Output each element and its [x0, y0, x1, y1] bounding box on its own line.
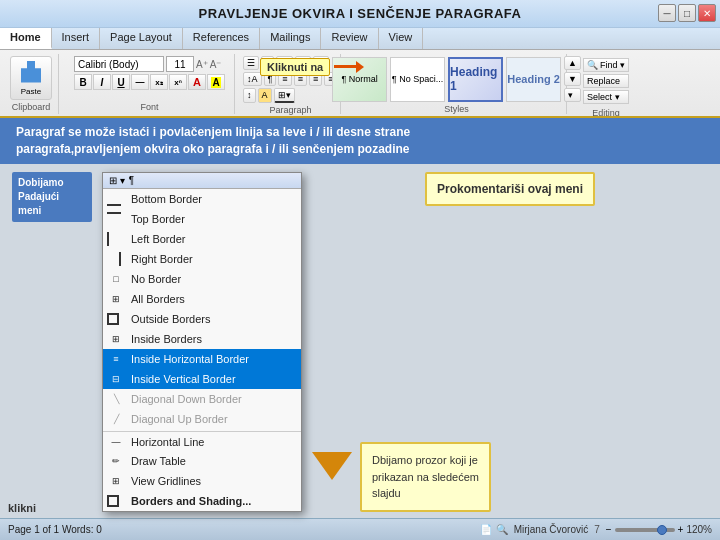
- bullets-button[interactable]: ☰: [243, 56, 259, 70]
- heading1-style[interactable]: Heading 1: [448, 57, 503, 102]
- horizontal-line-item[interactable]: — Horizontal Line: [103, 431, 301, 451]
- status-bar: Page 1 of 1 Words: 0 📄 🔍 Mirjana Čvorovi…: [0, 518, 720, 540]
- diagonal-down-icon: ╲: [107, 391, 125, 407]
- zoom-slider[interactable]: [615, 528, 675, 532]
- select-label: Select ▾: [587, 92, 620, 102]
- bottom-border-icon: [107, 192, 121, 206]
- heading2-style[interactable]: Heading 2: [506, 57, 561, 102]
- tab-references[interactable]: References: [183, 28, 260, 49]
- right-border-icon: [107, 252, 121, 266]
- all-borders-item[interactable]: ⊞ All Borders: [103, 289, 301, 309]
- right-info: Prokomentariši ovaj meni Dbijamo prozor …: [312, 172, 708, 512]
- minimize-button[interactable]: ─: [658, 4, 676, 22]
- tab-review[interactable]: Review: [321, 28, 378, 49]
- tab-page-layout[interactable]: Page Layout: [100, 28, 183, 49]
- borders-shading-item[interactable]: Borders and Shading...: [103, 491, 301, 511]
- click-label: Kliknuti na: [260, 58, 330, 76]
- diagonal-up-item[interactable]: ╱ Diagonal Up Border: [103, 409, 301, 429]
- tab-insert[interactable]: Insert: [52, 28, 101, 49]
- paste-button[interactable]: Paste: [10, 56, 52, 100]
- info-line3: slajdu: [372, 485, 479, 502]
- font-color-button[interactable]: A: [188, 74, 206, 90]
- dobijamo-label: Dobijamo Padajući meni: [12, 172, 92, 222]
- view-gridlines-item[interactable]: ⊞ View Gridlines: [103, 471, 301, 491]
- ribbon: Home Insert Page Layout References Maili…: [0, 28, 720, 118]
- underline-button[interactable]: U: [112, 74, 130, 90]
- zoom-area: − + 120%: [606, 524, 712, 535]
- tab-view[interactable]: View: [379, 28, 424, 49]
- replace-label: Replace: [587, 76, 620, 86]
- label2: Padajući: [18, 191, 59, 202]
- style-items: ¶ Normal ¶ No Spaci... Heading 1 Heading…: [332, 56, 581, 102]
- bold-button[interactable]: B: [74, 74, 92, 90]
- outside-borders-icon: [107, 313, 119, 325]
- superscript-button[interactable]: xⁿ: [169, 74, 187, 90]
- highlight-button[interactable]: A: [207, 74, 225, 90]
- inside-vertical-item[interactable]: ⊟ Inside Vertical Border: [103, 369, 301, 389]
- no-border-item[interactable]: □ No Border: [103, 269, 301, 289]
- font-size-input[interactable]: [166, 56, 194, 72]
- info-line2: paragrafa,pravljenjem okvira oko paragra…: [16, 141, 704, 158]
- label1: Dobijamo: [18, 177, 64, 188]
- shrink-font-button[interactable]: A⁻: [210, 59, 222, 70]
- find-button[interactable]: 🔍 Find ▾: [583, 58, 629, 72]
- top-border-item[interactable]: Top Border: [103, 209, 301, 229]
- editing-label: Editing: [592, 108, 620, 118]
- zoom-plus[interactable]: +: [678, 524, 684, 535]
- maximize-button[interactable]: □: [678, 4, 696, 22]
- click-arrow-icon: [334, 61, 364, 73]
- format-buttons: B I U — x₂ xⁿ A A: [74, 74, 225, 90]
- styles-group: ¶ Normal ¶ No Spaci... Heading 1 Heading…: [347, 54, 567, 114]
- view-gridlines-icon: ⊞: [107, 473, 125, 489]
- borders-button[interactable]: ⊞▾: [274, 88, 295, 103]
- info-banner: Paragraf se može istaći i povlačenjem li…: [0, 118, 720, 164]
- status-icon1: 📄: [480, 524, 492, 535]
- font-label: Font: [140, 102, 158, 112]
- right-border-item[interactable]: Right Border: [103, 249, 301, 269]
- italic-button[interactable]: I: [93, 74, 111, 90]
- ribbon-tabs: Home Insert Page Layout References Maili…: [0, 28, 720, 50]
- select-button[interactable]: Select ▾: [583, 90, 629, 104]
- no-border-icon: □: [107, 271, 125, 287]
- left-labels: Dobijamo Padajući meni: [12, 172, 92, 512]
- title-bar: PRAVLJENJE OKVIRA I SENČENJE PARAGRAFA ─…: [0, 0, 720, 28]
- inside-horizontal-item[interactable]: ≡ Inside Horizontal Border: [103, 349, 301, 369]
- subscript-button[interactable]: x₂: [150, 74, 168, 90]
- status-right: 📄 🔍 Mirjana Čvorović 7 − + 120%: [480, 524, 712, 535]
- diagonal-down-item[interactable]: ╲ Diagonal Down Border: [103, 389, 301, 409]
- content-area: Dobijamo Padajući meni ⊞ ▾ ¶ Bottom Bord…: [0, 164, 720, 520]
- editing-group: 🔍 Find ▾ Replace Select ▾ Editing: [573, 54, 639, 114]
- shading-button[interactable]: A: [258, 88, 272, 103]
- inside-borders-item[interactable]: ⊞ Inside Borders: [103, 329, 301, 349]
- tab-mailings[interactable]: Mailings: [260, 28, 321, 49]
- left-border-icon: [107, 232, 121, 246]
- status-left: Page 1 of 1 Words: 0: [8, 524, 102, 535]
- zoom-minus[interactable]: −: [606, 524, 612, 535]
- all-borders-icon: ⊞: [107, 291, 125, 307]
- strikethrough-button[interactable]: —: [131, 74, 149, 90]
- zoom-level: 120%: [686, 524, 712, 535]
- replace-button[interactable]: Replace: [583, 74, 629, 88]
- draw-table-item[interactable]: ✏ Draw Table: [103, 451, 301, 471]
- status-icon2: 🔍: [496, 524, 508, 535]
- bottom-border-item[interactable]: Bottom Border: [103, 189, 301, 209]
- outside-borders-item[interactable]: Outside Borders: [103, 309, 301, 329]
- click-annotation: Kliknuti na: [260, 58, 364, 76]
- font-name-input[interactable]: [74, 56, 164, 72]
- font-group: A⁺ A⁻ B I U — x₂ xⁿ A A: [65, 54, 235, 114]
- sort-button[interactable]: ↕A: [243, 72, 262, 86]
- no-spacing-style[interactable]: ¶ No Spaci...: [390, 57, 445, 102]
- info-line1: Dbijamo prozor koji je: [372, 452, 479, 469]
- font-name-row: A⁺ A⁻: [74, 56, 225, 72]
- info-line1: Paragraf se može istaći i povlačenjem li…: [16, 124, 704, 141]
- close-button[interactable]: ✕: [698, 4, 716, 22]
- inside-borders-icon: ⊞: [107, 331, 125, 347]
- line-spacing-button[interactable]: ↕: [243, 88, 256, 103]
- tab-home[interactable]: Home: [0, 28, 52, 49]
- info-line2: prikazan na sledećem: [372, 469, 479, 486]
- status-icons: 📄 🔍: [480, 524, 508, 535]
- dropdown-menu: ⊞ ▾ ¶ Bottom Border Top Border Left Bord…: [102, 172, 302, 512]
- left-border-item[interactable]: Left Border: [103, 229, 301, 249]
- font-selects: A⁺ A⁻ B I U — x₂ xⁿ A A: [74, 56, 225, 90]
- grow-font-button[interactable]: A⁺: [196, 59, 208, 70]
